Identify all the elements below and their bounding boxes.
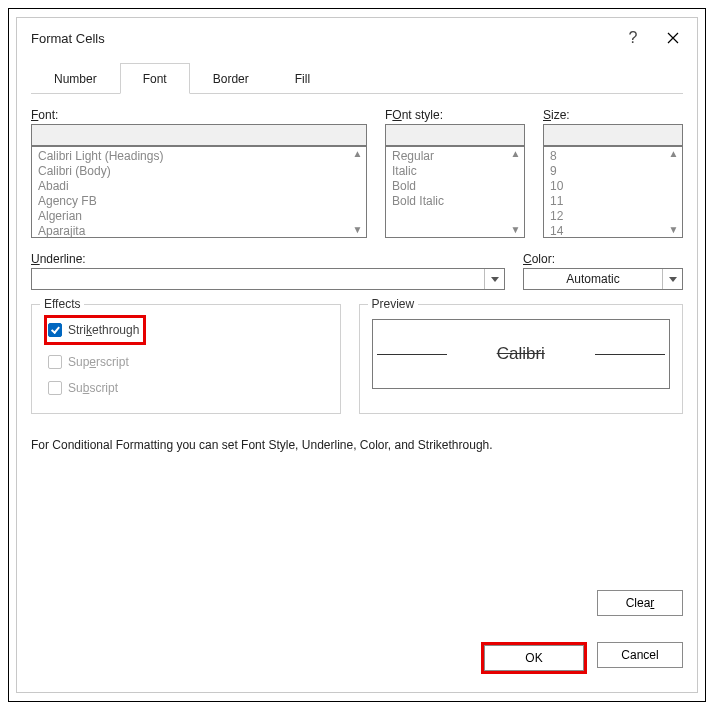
scroll-up-icon: ▲: [669, 149, 679, 159]
font-listbox[interactable]: Calibri Light (Headings) Calibri (Body) …: [31, 146, 367, 238]
list-item[interactable]: Agency FB: [32, 194, 366, 209]
subscript-checkbox[interactable]: Subscript: [48, 377, 328, 399]
info-text: For Conditional Formatting you can set F…: [31, 438, 683, 452]
list-item[interactable]: 12: [544, 209, 682, 224]
cancel-button[interactable]: Cancel: [597, 642, 683, 668]
list-item[interactable]: Aparajita: [32, 224, 366, 238]
list-item[interactable]: Bold Italic: [386, 194, 524, 209]
list-item[interactable]: Bold: [386, 179, 524, 194]
font-input[interactable]: [31, 124, 367, 146]
tabs: Number Font Border Fill: [31, 62, 683, 94]
superscript-label: Superscript: [68, 355, 129, 369]
scroll-up-icon: ▲: [353, 149, 363, 159]
superscript-checkbox[interactable]: Superscript: [48, 351, 328, 373]
scroll-down-icon: ▼: [669, 225, 679, 235]
size-label: Size:: [543, 108, 683, 122]
scroll-down-icon: ▼: [511, 225, 521, 235]
effects-group: Effects Strikethrough Superscript Sub: [31, 304, 341, 414]
font-label: Font:: [31, 108, 367, 122]
list-item[interactable]: 14: [544, 224, 682, 238]
preview-legend: Preview: [368, 297, 419, 311]
size-listbox[interactable]: 8 9 10 11 12 14 ▲ ▼: [543, 146, 683, 238]
list-item[interactable]: Regular: [386, 149, 524, 164]
list-item[interactable]: Italic: [386, 164, 524, 179]
dialog-title: Format Cells: [31, 31, 105, 46]
chevron-down-icon: [484, 269, 504, 289]
tab-fill[interactable]: Fill: [272, 63, 333, 94]
help-button[interactable]: ?: [613, 18, 653, 58]
close-button[interactable]: [653, 18, 693, 58]
highlight-strikethrough: Strikethrough: [44, 315, 146, 345]
list-item[interactable]: 10: [544, 179, 682, 194]
tab-number[interactable]: Number: [31, 63, 120, 94]
underline-label: Underline:: [31, 252, 505, 266]
list-item[interactable]: 11: [544, 194, 682, 209]
checkbox-icon: [48, 355, 62, 369]
strikethrough-checkbox[interactable]: Strikethrough: [48, 319, 139, 341]
strikethrough-label: Strikethrough: [68, 323, 139, 337]
scroll-up-icon: ▲: [511, 149, 521, 159]
list-item[interactable]: 9: [544, 164, 682, 179]
checkbox-icon: [48, 323, 62, 337]
font-style-label: FOnt style:: [385, 108, 525, 122]
chevron-down-icon: [662, 269, 682, 289]
font-style-listbox[interactable]: Regular Italic Bold Bold Italic ▲ ▼: [385, 146, 525, 238]
scrollbar[interactable]: ▲ ▼: [349, 147, 366, 237]
ok-button[interactable]: OK: [484, 645, 584, 671]
list-item[interactable]: Calibri (Body): [32, 164, 366, 179]
scrollbar[interactable]: ▲ ▼: [507, 147, 524, 237]
tab-font[interactable]: Font: [120, 63, 190, 94]
preview-group: Preview Calibri: [359, 304, 684, 414]
format-cells-dialog: Format Cells ? Number Font Border Fill F…: [16, 17, 698, 693]
color-combo[interactable]: Automatic: [523, 268, 683, 290]
clear-button[interactable]: Clear: [597, 590, 683, 616]
titlebar: Format Cells ?: [17, 18, 697, 58]
scroll-down-icon: ▼: [353, 225, 363, 235]
underline-value: [32, 269, 484, 289]
effects-legend: Effects: [40, 297, 84, 311]
list-item[interactable]: Calibri Light (Headings): [32, 149, 366, 164]
highlight-ok: OK: [481, 642, 587, 674]
list-item[interactable]: Algerian: [32, 209, 366, 224]
color-label: Color:: [523, 252, 683, 266]
scrollbar[interactable]: ▲ ▼: [665, 147, 682, 237]
color-value: Automatic: [524, 269, 662, 289]
tab-border[interactable]: Border: [190, 63, 272, 94]
close-icon: [667, 32, 679, 44]
checkbox-icon: [48, 381, 62, 395]
preview-box: Calibri: [372, 319, 671, 389]
list-item[interactable]: 8: [544, 149, 682, 164]
subscript-label: Subscript: [68, 381, 118, 395]
list-item[interactable]: Abadi: [32, 179, 366, 194]
size-input[interactable]: [543, 124, 683, 146]
underline-combo[interactable]: [31, 268, 505, 290]
font-style-input[interactable]: [385, 124, 525, 146]
